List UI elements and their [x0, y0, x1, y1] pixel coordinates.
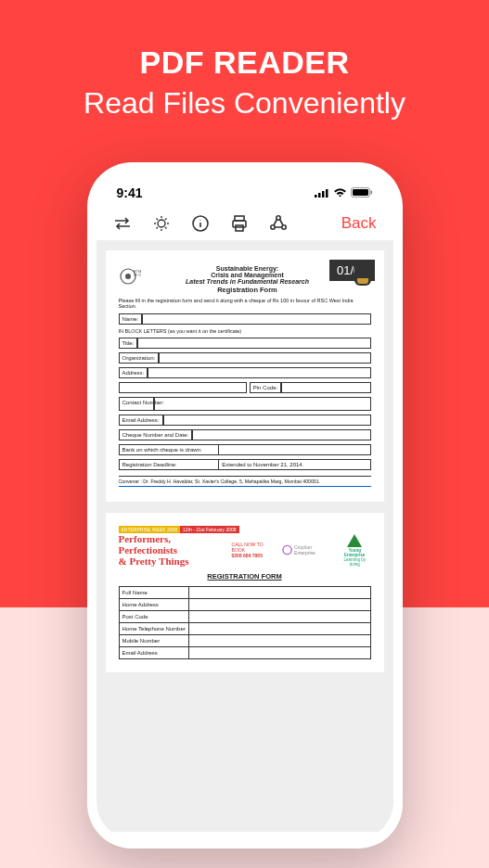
battery-icon: [351, 185, 373, 200]
convener-info: Convener : Dr. Freddy H. Havaldar, St. X…: [119, 476, 371, 487]
table-row: Post Code: [119, 611, 370, 623]
info-icon[interactable]: [191, 214, 210, 233]
deadline-value: Extended to November 21, 2014.: [219, 459, 370, 470]
doc2-reg-title: REGISTRATION FORM: [119, 572, 371, 581]
label-deadline: Registration Deadline:: [119, 459, 220, 470]
label-org: Organization:: [119, 352, 160, 364]
table-row: Home Telephone Number: [119, 623, 370, 635]
label-title: Title:: [119, 338, 138, 349]
doc1-title1: Sustainable Energy:: [141, 265, 354, 272]
doc1-instructions: Please fill in the registration form and…: [119, 298, 371, 309]
block-letters-note: IN BLOCK LETTERS (as you want it on the …: [119, 328, 371, 334]
hero-subtitle: Read Files Conveniently: [0, 86, 489, 121]
svg-rect-1: [318, 193, 321, 198]
svg-rect-12: [233, 221, 246, 227]
print-icon[interactable]: [230, 214, 249, 233]
table-row: Full Name: [119, 587, 370, 599]
field-email: [163, 415, 371, 426]
svg-rect-6: [370, 191, 372, 195]
label-address: Address:: [119, 367, 148, 378]
svg-point-7: [158, 220, 165, 227]
table-row: Home Address: [119, 599, 370, 611]
pdf-page-2: ENTERPRISE WEEK 200812th - 21st February…: [106, 513, 384, 672]
label-contact: Contact Number:: [119, 397, 154, 411]
field-pin: [281, 382, 370, 393]
doc2-title2: & Pretty Things: [119, 555, 225, 567]
brightness-icon[interactable]: [152, 214, 171, 233]
croydon-logo-icon: Croydon Enterprise: [282, 544, 331, 555]
field-org: [159, 352, 370, 364]
call-now: CALL NOW TO BOOK 0208 686 7865: [232, 542, 275, 558]
doc2-title1: Performers, Perfectionists: [119, 533, 225, 555]
field-address2: [119, 382, 247, 393]
field-bank: [219, 444, 370, 455]
svg-rect-2: [322, 191, 325, 198]
field-name: [142, 313, 370, 325]
shield-logo-icon: [354, 265, 371, 286]
doc1-title2: Crisis and Management: [141, 272, 354, 278]
svg-rect-0: [315, 195, 317, 198]
rsc-logo-icon: ROYAL SOCIETYOF CHEMISTRY: [119, 265, 141, 287]
svg-rect-5: [353, 189, 368, 196]
svg-point-18: [125, 274, 131, 279]
doc1-title3: Latest Trends in Fundamental Research: [141, 278, 354, 285]
phone-notch: [175, 172, 315, 196]
status-time: 9:41: [117, 185, 143, 200]
svg-point-21: [283, 546, 291, 555]
field-cheque: [192, 429, 370, 440]
label-bank: Bank on which cheque is drawn:: [119, 444, 220, 455]
label-cheque: Cheque Number and Date:: [119, 429, 193, 440]
svg-rect-13: [236, 225, 243, 231]
tag-enterprise-week: ENTERPRISE WEEK 2008: [119, 526, 181, 533]
field-contact: [154, 397, 371, 411]
doc1-title4: Registration Form: [141, 286, 354, 294]
field-title: [137, 338, 370, 349]
phone-frame: 9:41: [87, 162, 403, 849]
svg-text:OF CHEMISTRY: OF CHEMISTRY: [134, 274, 141, 277]
signal-icon: [315, 185, 329, 200]
doc2-form-table: Full Name Home Address Post Code Home Te…: [119, 586, 371, 659]
table-row: Mobile Number: [119, 635, 370, 647]
svg-point-16: [281, 225, 285, 229]
swap-icon[interactable]: [113, 214, 132, 233]
table-row: Email Address: [119, 647, 370, 659]
share-icon[interactable]: [269, 214, 288, 233]
label-pin: Pin Code:: [250, 382, 281, 393]
wifi-icon: [333, 185, 347, 200]
pdf-content[interactable]: 01/02 ROYAL SOCIETYOF CHEMISTRY Sustaina…: [97, 241, 393, 832]
back-button[interactable]: Back: [341, 214, 377, 233]
svg-point-15: [270, 225, 274, 229]
toolbar: Back: [97, 205, 393, 241]
label-name: Name:: [119, 313, 143, 325]
label-email: Email Address:: [119, 415, 163, 426]
tag-date: 12th - 21st February 2008: [180, 526, 239, 533]
hero-title: PDF READER: [0, 0, 489, 81]
pdf-page-1: 01/02 ROYAL SOCIETYOF CHEMISTRY Sustaina…: [106, 250, 384, 502]
field-address: [148, 367, 370, 378]
young-enterprise-logo-icon: Young Enterprise Learning by doing: [339, 534, 371, 567]
svg-rect-3: [326, 189, 328, 198]
